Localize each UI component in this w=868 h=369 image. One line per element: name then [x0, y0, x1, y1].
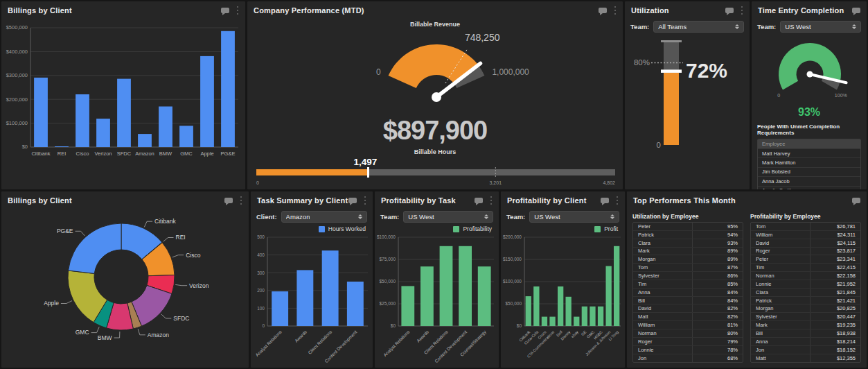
team-select-value: All Teams	[658, 23, 687, 31]
comment-bubble-icon[interactable]	[475, 198, 483, 203]
table-row: Lonnie 78%	[633, 346, 743, 354]
employee-name: Clara	[633, 239, 693, 247]
panel-header: Profitability by Task	[375, 191, 499, 209]
comment-bubble-icon[interactable]	[348, 198, 357, 203]
team-select-value: US West	[534, 213, 560, 221]
table-row: Tom $26,781	[751, 223, 860, 231]
table-row: Morgan 89%	[633, 255, 743, 264]
svg-text:748,250: 748,250	[465, 32, 500, 43]
svg-text:Cisco: Cisco	[76, 151, 89, 157]
employee-name: Lonnie	[633, 346, 693, 354]
up-down-stepper-icon	[852, 24, 856, 30]
employee-name: Lonnie	[751, 280, 811, 288]
employee-name: Peter	[633, 223, 693, 230]
team-select[interactable]: US West	[403, 211, 493, 223]
svg-text:200: 200	[257, 288, 265, 293]
svg-text:1,000,000: 1,000,000	[492, 67, 529, 77]
team-select[interactable]: All Teams	[653, 21, 744, 33]
team-select[interactable]: US West	[529, 211, 619, 223]
table-row: Anna $18,214	[751, 338, 860, 346]
billable-revenue-label: Billable Revenue	[247, 19, 623, 29]
employee-name: Clara	[751, 289, 811, 296]
employee-name: Norman	[633, 329, 693, 337]
employee-value: $26,781	[811, 223, 860, 230]
table-row: Roger $23,817	[751, 248, 860, 256]
comment-bubble-icon[interactable]	[601, 198, 609, 203]
employee-name: Matt	[633, 313, 693, 320]
team-filter: Team: US West	[752, 19, 867, 34]
employee-name: Matt	[751, 354, 811, 363]
panel-billings-by-client-bar: Billings by Client $0$100,000$200,000$30…	[1, 1, 245, 189]
team-filter-label: Team:	[506, 213, 525, 221]
completion-percent: 93%	[752, 106, 867, 119]
employee-value: $20,825	[811, 304, 860, 312]
table-row: Sylvester 86%	[633, 272, 743, 280]
employee-row: Anna Jacob	[758, 176, 860, 185]
employee-value: $24,311	[811, 231, 860, 239]
kebab-menu-icon[interactable]	[364, 195, 367, 207]
profitability-client-bar-chart: $0$50,000$100,000$150,000$200,000Citiban…	[501, 234, 625, 366]
kebab-menu-icon[interactable]	[741, 5, 744, 17]
kebab-menu-icon[interactable]	[240, 195, 243, 207]
employee-value: $22,415	[811, 264, 860, 271]
utilization-by-employee-table: Peter 95% Patrick 94% Clara 93% Mark 89%…	[632, 222, 743, 363]
svg-text:0: 0	[262, 323, 265, 328]
svg-text:3,201: 3,201	[490, 180, 502, 185]
table-row: David 82%	[633, 304, 743, 313]
employee-value: $18,214	[811, 338, 860, 345]
panel-header-icons	[601, 195, 619, 207]
hours-worked-bar-chart: 0100200300400500Analyst RelationsAwardsC…	[251, 234, 373, 366]
svg-text:Verizon: Verizon	[94, 151, 112, 157]
table-row: Patrick $21,421	[751, 297, 860, 305]
comment-bubble-icon[interactable]	[221, 8, 229, 13]
svg-text:500: 500	[257, 234, 265, 239]
comment-bubble-icon[interactable]	[224, 198, 233, 203]
panel-header: Utilization	[625, 1, 750, 19]
employee-name: Peter	[751, 255, 811, 263]
column-title: Utilization by Employee	[632, 211, 743, 222]
comment-bubble-icon[interactable]	[852, 8, 860, 13]
table-row: Patrick 94%	[633, 231, 743, 239]
comment-bubble-icon[interactable]	[725, 8, 734, 13]
table-row: Morgan $20,825	[751, 304, 860, 313]
svg-text:$150,000: $150,000	[503, 257, 522, 261]
svg-text:GMC: GMC	[180, 151, 193, 157]
comment-bubble-icon[interactable]	[599, 8, 607, 13]
billable-revenue-value: $897,900	[247, 115, 623, 147]
svg-text:$0: $0	[517, 323, 522, 328]
svg-text:Analyst Relations: Analyst Relations	[254, 329, 283, 358]
utilization-by-employee-column: Utilization by Employee Peter 95% Patric…	[632, 211, 743, 363]
svg-text:GMC: GMC	[76, 329, 89, 336]
legend-swatch	[453, 226, 459, 232]
table-row: Mark 89%	[633, 248, 743, 256]
panel-utilization: Utilization Team: All Teams 80%072%	[625, 1, 750, 189]
svg-text:Apple: Apple	[200, 151, 213, 157]
client-filter-label: Client:	[256, 213, 277, 221]
employee-rows: Matt HarveyMark HamiltonJim BobsledAnna …	[758, 148, 860, 189]
client-select[interactable]: Amazon	[281, 211, 367, 223]
employee-name: Jon	[751, 346, 811, 354]
employee-row: Jim Bobsled	[758, 167, 860, 176]
panel-title: Billings by Client	[8, 6, 72, 15]
panel-top-performers: Top Performers This Month Utilization by…	[627, 191, 867, 368]
comment-bubble-icon[interactable]	[852, 198, 860, 203]
kebab-menu-icon[interactable]	[236, 5, 240, 17]
svg-text:$50,000: $50,000	[506, 301, 522, 306]
svg-text:1,497: 1,497	[354, 157, 378, 167]
svg-text:$500,000: $500,000	[6, 24, 28, 31]
dashboard: Billings by Client $0$100,000$200,000$30…	[0, 0, 868, 369]
table-row: Anna 84%	[633, 289, 743, 297]
billable-revenue-gauge: 01,000,000748,250	[247, 29, 623, 115]
table-row: Norman $22,158	[751, 272, 860, 280]
kebab-menu-icon[interactable]	[614, 5, 617, 17]
team-select[interactable]: US West	[780, 21, 861, 33]
svg-text:Client Relations: Client Relations	[307, 329, 333, 355]
team-filter-label: Team:	[630, 23, 649, 31]
panel-header: Task Summary by Client	[251, 191, 373, 209]
kebab-menu-icon[interactable]	[616, 195, 619, 207]
svg-text:$100,000: $100,000	[6, 120, 28, 126]
svg-text:Content Development: Content Development	[434, 329, 468, 364]
kebab-menu-icon[interactable]	[490, 195, 493, 207]
employee-value: 87%	[693, 264, 743, 271]
employee-name: David	[751, 239, 811, 247]
